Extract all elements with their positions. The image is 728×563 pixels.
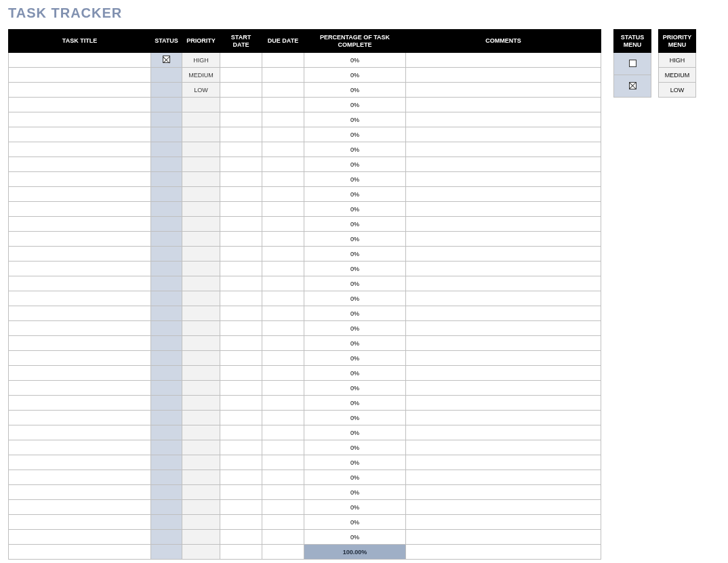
start-date-cell[interactable]: [220, 127, 262, 142]
pct-complete-cell[interactable]: 0%: [304, 53, 406, 68]
due-date-cell[interactable]: [262, 98, 304, 112]
task-title-cell[interactable]: [9, 485, 151, 500]
due-date-cell[interactable]: [262, 127, 304, 142]
due-date-cell[interactable]: [262, 515, 304, 530]
start-date-cell[interactable]: [220, 440, 262, 455]
task-title-cell[interactable]: [9, 455, 151, 470]
comments-cell[interactable]: [406, 411, 601, 425]
total-priority[interactable]: [182, 545, 220, 560]
pct-complete-cell[interactable]: 0%: [304, 247, 406, 262]
due-date-cell[interactable]: [262, 470, 304, 485]
comments-cell[interactable]: [406, 500, 601, 515]
priority-cell[interactable]: [182, 366, 220, 381]
start-date-cell[interactable]: [220, 321, 262, 336]
status-cell[interactable]: [151, 53, 182, 68]
comments-cell[interactable]: [406, 217, 601, 232]
status-cell[interactable]: [151, 530, 182, 545]
due-date-cell[interactable]: [262, 68, 304, 83]
status-menu-item[interactable]: [614, 75, 651, 98]
due-date-cell[interactable]: [262, 83, 304, 98]
pct-complete-cell[interactable]: 0%: [304, 142, 406, 157]
comments-cell[interactable]: [406, 306, 601, 321]
status-cell[interactable]: [151, 127, 182, 142]
total-status[interactable]: [151, 545, 182, 560]
start-date-cell[interactable]: [220, 202, 262, 217]
start-date-cell[interactable]: [220, 530, 262, 545]
total-comments[interactable]: [406, 545, 601, 560]
pct-complete-cell[interactable]: 0%: [304, 336, 406, 351]
priority-cell[interactable]: [182, 247, 220, 262]
pct-complete-cell[interactable]: 0%: [304, 530, 406, 545]
pct-complete-cell[interactable]: 0%: [304, 217, 406, 232]
comments-cell[interactable]: [406, 232, 601, 247]
task-title-cell[interactable]: [9, 515, 151, 530]
start-date-cell[interactable]: [220, 515, 262, 530]
status-cell[interactable]: [151, 142, 182, 157]
status-cell[interactable]: [151, 470, 182, 485]
start-date-cell[interactable]: [220, 425, 262, 440]
status-cell[interactable]: [151, 425, 182, 440]
priority-cell[interactable]: [182, 411, 220, 425]
task-title-cell[interactable]: [9, 411, 151, 425]
status-cell[interactable]: [151, 306, 182, 321]
due-date-cell[interactable]: [262, 321, 304, 336]
comments-cell[interactable]: [406, 396, 601, 411]
total-due-date[interactable]: [262, 545, 304, 560]
priority-cell[interactable]: [182, 381, 220, 396]
status-menu-item[interactable]: [614, 53, 651, 75]
due-date-cell[interactable]: [262, 276, 304, 291]
status-cell[interactable]: [151, 112, 182, 127]
due-date-cell[interactable]: [262, 217, 304, 232]
due-date-cell[interactable]: [262, 187, 304, 202]
due-date-cell[interactable]: [262, 291, 304, 306]
priority-menu-item[interactable]: LOW: [659, 83, 696, 98]
due-date-cell[interactable]: [262, 336, 304, 351]
comments-cell[interactable]: [406, 440, 601, 455]
pct-complete-cell[interactable]: 0%: [304, 381, 406, 396]
comments-cell[interactable]: [406, 291, 601, 306]
due-date-cell[interactable]: [262, 142, 304, 157]
pct-complete-cell[interactable]: 0%: [304, 291, 406, 306]
status-cell[interactable]: [151, 411, 182, 425]
checkbox-checked-icon[interactable]: [163, 56, 170, 63]
status-cell[interactable]: [151, 276, 182, 291]
start-date-cell[interactable]: [220, 306, 262, 321]
task-title-cell[interactable]: [9, 276, 151, 291]
start-date-cell[interactable]: [220, 336, 262, 351]
pct-complete-cell[interactable]: 0%: [304, 127, 406, 142]
due-date-cell[interactable]: [262, 157, 304, 172]
priority-cell[interactable]: [182, 291, 220, 306]
due-date-cell[interactable]: [262, 366, 304, 381]
start-date-cell[interactable]: [220, 98, 262, 112]
priority-cell[interactable]: [182, 515, 220, 530]
start-date-cell[interactable]: [220, 276, 262, 291]
task-title-cell[interactable]: [9, 396, 151, 411]
comments-cell[interactable]: [406, 202, 601, 217]
pct-complete-cell[interactable]: 0%: [304, 112, 406, 127]
task-title-cell[interactable]: [9, 321, 151, 336]
comments-cell[interactable]: [406, 247, 601, 262]
checkbox-unchecked-icon[interactable]: [629, 60, 636, 67]
start-date-cell[interactable]: [220, 187, 262, 202]
status-cell[interactable]: [151, 157, 182, 172]
start-date-cell[interactable]: [220, 68, 262, 83]
pct-complete-cell[interactable]: 0%: [304, 262, 406, 276]
start-date-cell[interactable]: [220, 172, 262, 187]
pct-complete-cell[interactable]: 0%: [304, 411, 406, 425]
priority-cell[interactable]: [182, 321, 220, 336]
due-date-cell[interactable]: [262, 232, 304, 247]
priority-cell[interactable]: [182, 485, 220, 500]
priority-cell[interactable]: [182, 127, 220, 142]
task-title-cell[interactable]: [9, 381, 151, 396]
status-cell[interactable]: [151, 351, 182, 366]
task-title-cell[interactable]: [9, 157, 151, 172]
task-title-cell[interactable]: [9, 187, 151, 202]
start-date-cell[interactable]: [220, 217, 262, 232]
task-title-cell[interactable]: [9, 500, 151, 515]
due-date-cell[interactable]: [262, 381, 304, 396]
pct-complete-cell[interactable]: 0%: [304, 321, 406, 336]
status-cell[interactable]: [151, 396, 182, 411]
priority-cell[interactable]: MEDIUM: [182, 68, 220, 83]
due-date-cell[interactable]: [262, 396, 304, 411]
status-cell[interactable]: [151, 500, 182, 515]
